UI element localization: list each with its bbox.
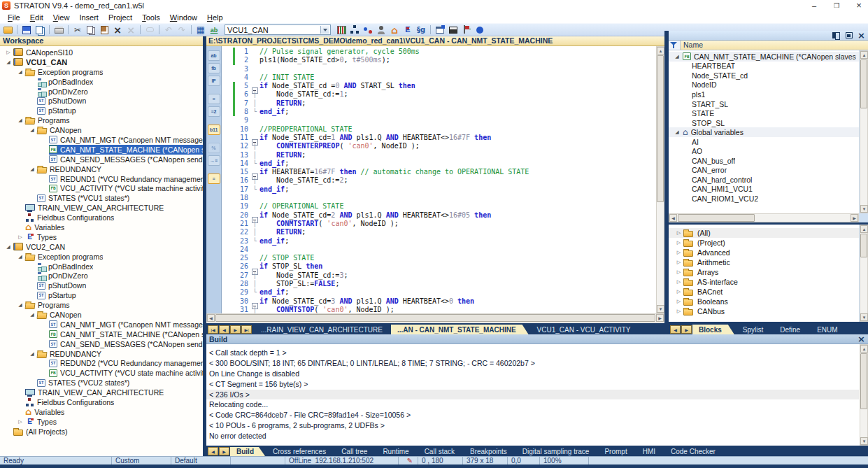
insert-function-block-icon[interactable]: fb — [208, 63, 220, 73]
block-category-row[interactable]: ▷ Booleans — [669, 297, 859, 306]
tree-item[interactable]: VCU_ACTIVITY (*VCU state machine activit… — [0, 368, 203, 378]
code-line[interactable]: 28 │ STOP_SL:=FALSE; — [222, 280, 664, 288]
fold-marker[interactable]: │ — [250, 176, 259, 185]
expander-icon[interactable]: ◢ — [27, 312, 37, 318]
panel-tab[interactable]: Define — [771, 325, 809, 334]
menu-item[interactable]: Edit — [25, 13, 48, 22]
toolbar-button[interactable] — [20, 24, 33, 36]
menu-item[interactable]: Tools — [137, 13, 165, 22]
line-numbers-icon[interactable]: b11 — [208, 125, 220, 135]
fold-marker[interactable]: │ — [250, 306, 259, 313]
expander-icon[interactable]: ◢ — [27, 166, 37, 172]
variable-row[interactable]: NodeID — [669, 80, 859, 90]
code-line[interactable]: 24 — [222, 246, 664, 254]
toolbar-button[interactable] — [162, 24, 175, 36]
tree-item[interactable]: (All Projects) — [0, 427, 203, 437]
code-line[interactable]: 5 if Node_STATE_cd =0 AND START_SL then — [222, 82, 664, 90]
expander-icon[interactable]: ▷ — [674, 289, 683, 295]
chevron-down-icon[interactable] — [320, 26, 329, 34]
scrollbar-thumb[interactable] — [678, 214, 755, 222]
variable-row[interactable]: CAN_RIOM1_VCU2 — [669, 194, 859, 204]
toolbar-button[interactable] — [388, 24, 401, 36]
editor-tab[interactable]: ...RAIN_VIEW_CAN_ARCHITECTURE — [252, 325, 391, 334]
insert-variable-icon[interactable]: ab — [208, 50, 220, 61]
tree-item[interactable]: ◢ CANopen — [0, 125, 203, 135]
expander-icon[interactable]: ◢ — [27, 351, 37, 357]
tree-item[interactable]: ◢ CANopen — [0, 310, 203, 320]
code-line[interactable]: 7 │ RETURN; — [222, 99, 664, 108]
variable-row[interactable]: Node_STATE_cd — [669, 71, 859, 80]
tree-item[interactable]: CAN_NMT_STATE_MACHINE (*CANopen slaves s… — [0, 329, 203, 339]
scroll-up-icon[interactable]: ▲ — [657, 47, 664, 55]
editor-tab[interactable]: VCU1_CAN - VCU_ACTIVITY — [529, 325, 639, 334]
scroll-up-icon[interactable]: ▲ — [860, 345, 868, 353]
variable-row[interactable]: CAN_error — [669, 166, 859, 176]
project-selector[interactable]: VCU1_CAN — [225, 24, 331, 35]
expander-icon[interactable]: ◢ — [673, 129, 681, 135]
scroll-left-icon[interactable]: ◀ — [207, 314, 215, 322]
toolbar-button[interactable] — [474, 24, 486, 36]
variable-row[interactable]: STOP_SL — [669, 118, 859, 128]
scrollbar-thumb[interactable] — [860, 353, 867, 409]
variable-row[interactable]: START_SL — [669, 99, 859, 109]
scroll-up-icon[interactable]: ▲ — [860, 51, 868, 59]
expander-icon[interactable]: ◢ — [15, 69, 25, 75]
if-then-icon[interactable]: IF — [208, 76, 220, 86]
tab-next-button[interactable]: ▶ — [219, 447, 229, 455]
code-line[interactable]: 25 // STOP STATE — [222, 254, 664, 262]
toolbar-button[interactable] — [85, 24, 97, 36]
output-tab[interactable]: HMI — [635, 447, 663, 456]
block-category-row[interactable]: ▷ (Project) — [669, 238, 859, 248]
fold-marker[interactable]: │ — [250, 280, 259, 288]
build-log-line[interactable]: < 10 POUs - 6 programs, 2 sub-programs, … — [209, 420, 859, 431]
toolbar-button[interactable] — [460, 24, 473, 36]
tab-first-button[interactable]: |◀ — [208, 325, 218, 334]
scroll-down-icon[interactable]: ▼ — [860, 313, 868, 321]
scroll-down-icon[interactable]: ▼ — [657, 305, 664, 313]
code-line[interactable]: 14 └ end_if; — [222, 159, 664, 168]
auto-indent-icon[interactable]: ≡2 — [208, 106, 220, 117]
fold-marker[interactable]: │ — [250, 90, 259, 99]
variable-row[interactable]: pls1 — [669, 90, 859, 99]
scroll-down-icon[interactable]: ▼ — [860, 437, 868, 445]
tab-prev-button[interactable]: ◀ — [670, 325, 681, 334]
toolbar-button[interactable] — [348, 24, 361, 36]
name-column-header[interactable]: Name — [681, 41, 868, 50]
scrollbar-thumb[interactable] — [860, 234, 867, 257]
tree-item[interactable]: Variables — [0, 222, 203, 232]
scroll-up-icon[interactable]: ▲ — [860, 225, 868, 233]
variable-row[interactable]: HEARTBEAT — [669, 62, 859, 71]
code-line[interactable]: 19 // OPERATIONAL STATE — [222, 202, 664, 211]
build-log-line[interactable]: No error detected — [209, 431, 859, 441]
tree-item[interactable]: pOnBadIndex — [0, 77, 203, 87]
outline-icon[interactable]: ≡ — [208, 173, 220, 184]
build-log-line[interactable]: < 300 BOOL/SINT; 18 INT; 65 DINT/REAL; 0… — [209, 358, 859, 369]
toolbar-button[interactable] — [415, 24, 427, 36]
tree-item[interactable]: pStartup — [0, 106, 203, 115]
tree-item[interactable]: Fieldbus Configurations — [0, 397, 203, 407]
tab-prev-button[interactable]: ◀ — [208, 447, 218, 455]
toolbar-button[interactable] — [401, 24, 414, 36]
dock-icon[interactable] — [832, 32, 841, 38]
fold-marker[interactable]: │ — [250, 271, 259, 280]
fold-marker[interactable]: │ — [250, 99, 259, 108]
menu-item[interactable]: File — [3, 13, 25, 22]
variable-row[interactable]: AO — [669, 146, 859, 156]
code-line[interactable]: 13 │ RETURN; — [222, 151, 664, 159]
block-category-row[interactable]: ▷ CANbus — [669, 306, 859, 316]
expander-icon[interactable]: ◢ — [27, 127, 37, 133]
close-window-button[interactable] — [853, 0, 865, 10]
expander-icon[interactable]: ▷ — [674, 260, 683, 265]
tree-item[interactable]: pOnBadIndex — [0, 262, 203, 271]
tree-item[interactable]: ◢ VCU2_CAN — [0, 242, 203, 252]
tree-item[interactable]: STATES (*VCU1 states*) — [0, 193, 203, 203]
tree-item[interactable]: REDUND1 (*VCU Redundancy management*) — [0, 174, 203, 184]
toolbar-button[interactable] — [52, 24, 65, 36]
tree-item[interactable]: CAN_SEND_MESSAGES (*CANopen send message… — [0, 155, 203, 164]
expander-icon[interactable]: ▷ — [674, 279, 683, 285]
scroll-down-icon[interactable]: ▼ — [860, 205, 868, 213]
output-tab[interactable]: Cross references — [265, 447, 334, 456]
block-category-row[interactable]: ▷ Arrays — [669, 267, 859, 277]
expander-icon[interactable]: ▷ — [674, 250, 683, 255]
tree-item[interactable]: pShutDown — [0, 281, 203, 290]
